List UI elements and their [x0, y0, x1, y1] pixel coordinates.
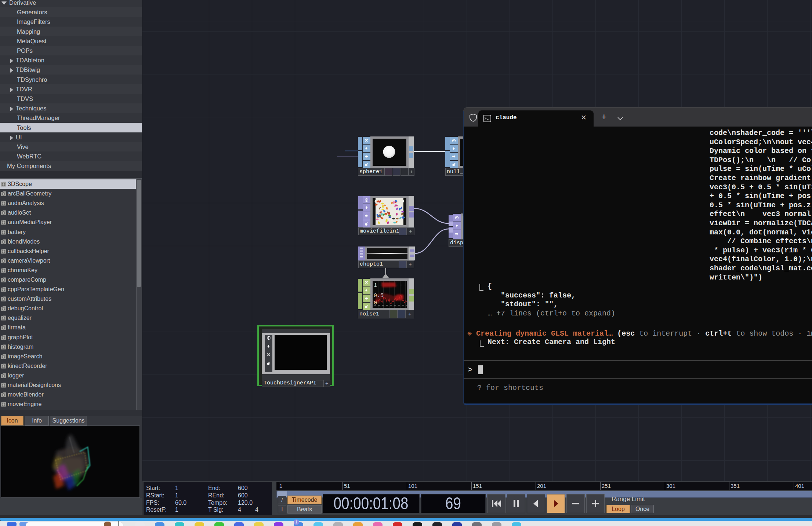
svg-text:1: 1 [374, 282, 377, 289]
svg-text:0.5: 0.5 [374, 293, 384, 299]
svg-text:0: 0 [374, 300, 377, 306]
